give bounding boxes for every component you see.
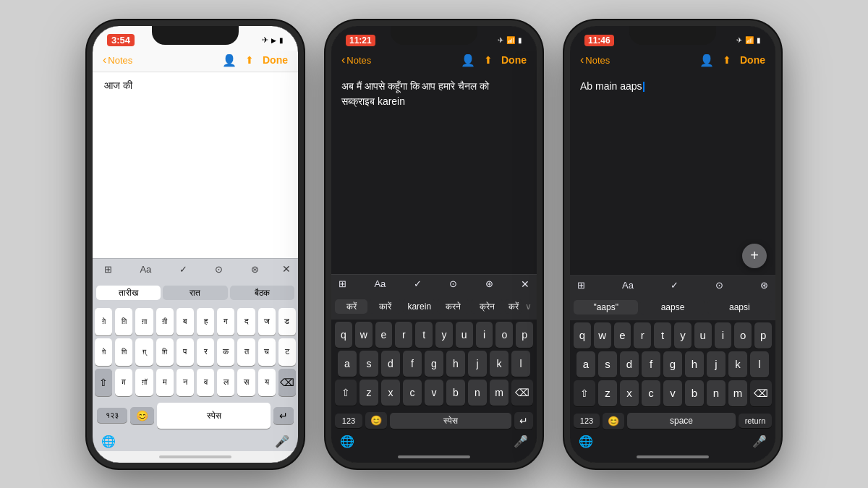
key-22[interactable]: ग़ॉ (135, 369, 153, 396)
key-24[interactable]: न (176, 369, 194, 396)
key-c[interactable]: c (642, 380, 660, 406)
format-icon[interactable]: Aa (374, 278, 386, 289)
emoji-key[interactable]: 😊 (130, 407, 154, 424)
check-icon[interactable]: ✓ (175, 262, 192, 276)
num-key[interactable]: १२३ (97, 408, 127, 423)
key-1[interactable]: ग़े (95, 308, 112, 335)
key-n[interactable]: n (707, 380, 726, 406)
key-v[interactable]: v (663, 380, 682, 406)
key-8[interactable]: द (237, 308, 255, 335)
key-23[interactable]: म (156, 369, 174, 396)
key-d[interactable]: d (620, 351, 639, 377)
share-icon[interactable]: ⬆ (245, 54, 254, 66)
check-icon[interactable]: ✓ (414, 278, 422, 289)
note-content[interactable]: आज की (93, 72, 298, 258)
key-q[interactable]: q (574, 322, 591, 348)
key-28[interactable]: य (258, 369, 276, 396)
pred-word-3[interactable]: aapsi (707, 300, 772, 314)
key-u[interactable]: u (694, 322, 712, 348)
key-q[interactable]: q (335, 322, 352, 348)
key-w[interactable]: w (355, 322, 373, 348)
key-r[interactable]: r (634, 322, 651, 348)
pred-chevron[interactable]: ∨ (524, 301, 533, 312)
close-icon[interactable]: ✕ (521, 278, 529, 290)
close-icon[interactable]: ✕ (282, 263, 291, 275)
note-content[interactable]: Ab main aaps (570, 72, 775, 101)
check-icon[interactable]: ✓ (671, 280, 678, 291)
fab-button[interactable]: + (742, 244, 767, 268)
key-21[interactable]: ग़ (115, 369, 132, 396)
format-icon[interactable]: Aa (135, 262, 156, 276)
markup-icon[interactable]: ⊛ (485, 278, 493, 289)
pred-word-2[interactable]: रात (163, 286, 227, 300)
globe-icon[interactable]: 🌐 (579, 435, 593, 448)
key-14[interactable]: ग़ि (156, 338, 174, 366)
pred-word-2[interactable]: कारें (369, 299, 401, 314)
done-button[interactable]: Done (501, 54, 527, 66)
return-key[interactable]: return (739, 414, 772, 428)
key-f[interactable]: f (642, 351, 660, 377)
share-icon[interactable]: ⬆ (484, 54, 493, 66)
key-4[interactable]: ग़ी (156, 308, 174, 335)
pred-word-3[interactable]: बैठक (230, 286, 294, 300)
key-5[interactable]: ब (176, 308, 194, 335)
key-25[interactable]: व (197, 369, 214, 396)
key-19[interactable]: च (258, 338, 276, 366)
key-h[interactable]: h (685, 351, 704, 377)
key-d[interactable]: d (381, 351, 400, 377)
key-a[interactable]: a (338, 351, 357, 377)
key-e[interactable]: e (375, 322, 393, 348)
key-6[interactable]: ह (197, 308, 214, 335)
key-18[interactable]: त (237, 338, 255, 366)
key-m[interactable]: m (728, 380, 747, 406)
key-k[interactable]: k (490, 351, 509, 377)
key-i[interactable]: i (476, 322, 493, 348)
key-y[interactable]: y (674, 322, 692, 348)
delete-key[interactable]: ⌫ (278, 369, 296, 396)
pred-word-1[interactable]: "aaps" (574, 300, 638, 314)
key-v[interactable]: v (425, 380, 443, 406)
table-icon[interactable]: ⊞ (100, 262, 116, 276)
key-b[interactable]: b (446, 380, 465, 406)
key-e[interactable]: e (614, 322, 631, 348)
key-w[interactable]: w (594, 322, 611, 348)
key-k[interactable]: k (728, 351, 747, 377)
key-26[interactable]: ल (217, 369, 234, 396)
key-3[interactable]: ग़ा (135, 308, 153, 335)
key-z[interactable]: z (598, 380, 617, 406)
camera-icon[interactable]: ⊙ (210, 262, 227, 276)
key-11[interactable]: ग़े (95, 338, 112, 366)
key-15[interactable]: प (176, 338, 194, 366)
globe-icon[interactable]: 🌐 (340, 435, 354, 448)
mic-icon[interactable]: 🎤 (275, 435, 289, 448)
key-i[interactable]: i (715, 322, 732, 348)
pred-word-1[interactable]: करें (335, 299, 367, 314)
num-key[interactable]: 123 (574, 414, 600, 428)
key-9[interactable]: ज (258, 308, 276, 335)
pred-word-6[interactable]: करें (505, 299, 522, 314)
emoji-key[interactable]: 😊 (365, 412, 387, 429)
key-16[interactable]: र (197, 338, 214, 366)
key-x[interactable]: x (381, 380, 400, 406)
return-key[interactable]: ↵ (514, 412, 533, 429)
pred-word-3[interactable]: karein (403, 299, 435, 314)
pred-word-1[interactable]: तारीख (96, 286, 161, 300)
share-icon[interactable]: ⬆ (723, 54, 731, 66)
key-t[interactable]: t (654, 322, 671, 348)
key-p[interactable]: p (754, 322, 772, 348)
num-key[interactable]: 123 (335, 414, 362, 428)
delete-key[interactable]: ⌫ (511, 380, 533, 406)
shift-key[interactable]: ⇧ (335, 380, 357, 406)
key-z[interactable]: z (359, 380, 378, 406)
key-12[interactable]: ग़ि (115, 338, 132, 366)
key-g[interactable]: g (425, 351, 443, 377)
note-content[interactable]: अब मैं आपसे कहूँगा कि आप हमारे चैनल कोसब… (331, 72, 537, 274)
collaborate-icon[interactable]: 👤 (222, 53, 237, 67)
emoji-key[interactable]: 😊 (603, 413, 624, 429)
collaborate-icon[interactable]: 👤 (461, 53, 475, 67)
key-f[interactable]: f (403, 351, 422, 377)
key-s[interactable]: s (359, 351, 378, 377)
key-l[interactable]: l (750, 351, 769, 377)
mic-icon[interactable]: 🎤 (514, 435, 528, 448)
back-button[interactable]: ‹ Notes (341, 53, 371, 67)
